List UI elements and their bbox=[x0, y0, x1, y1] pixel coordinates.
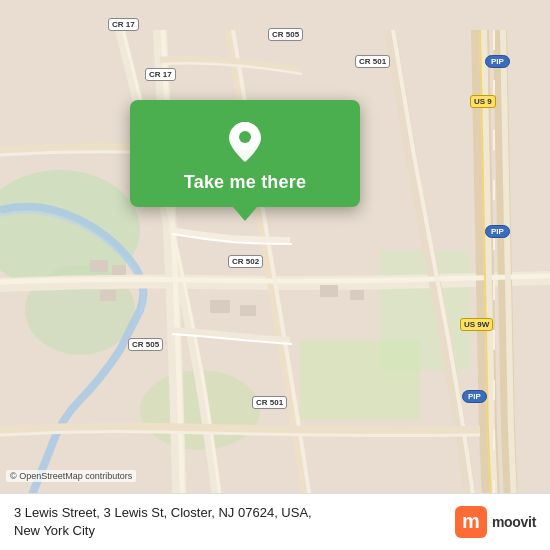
svg-rect-6 bbox=[90, 260, 108, 272]
map-svg bbox=[0, 0, 550, 550]
road-badge-us9w: US 9W bbox=[460, 318, 493, 331]
road-badge-pip-top: PIP bbox=[485, 55, 510, 68]
moovit-logo: m moovit bbox=[455, 506, 536, 538]
road-badge-cr501-bot: CR 501 bbox=[252, 396, 287, 409]
map-background bbox=[0, 0, 550, 550]
bottom-bar: 3 Lewis Street, 3 Lewis St, Closter, NJ … bbox=[0, 493, 550, 550]
road-badge-pip-mid: PIP bbox=[485, 225, 510, 238]
moovit-icon: m bbox=[455, 506, 487, 538]
popup-label: Take me there bbox=[184, 172, 306, 193]
road-badge-cr505-bot: CR 505 bbox=[128, 338, 163, 351]
map-container: CR 17 CR 17 CR 505 CR 501 CR 502 CR 505 … bbox=[0, 0, 550, 550]
road-badge-cr17-top: CR 17 bbox=[108, 18, 139, 31]
popup-card[interactable]: Take me there bbox=[130, 100, 360, 207]
road-badge-cr17-mid: CR 17 bbox=[145, 68, 176, 81]
svg-rect-4 bbox=[300, 340, 420, 420]
svg-rect-10 bbox=[240, 305, 256, 316]
road-badge-us9: US 9 bbox=[470, 95, 496, 108]
address-line1: 3 Lewis Street, 3 Lewis St, Closter, NJ … bbox=[14, 504, 443, 522]
moovit-text: moovit bbox=[492, 514, 536, 530]
address-block: 3 Lewis Street, 3 Lewis St, Closter, NJ … bbox=[14, 504, 443, 540]
svg-rect-8 bbox=[100, 290, 116, 301]
svg-rect-12 bbox=[350, 290, 364, 300]
copyright-bar: © OpenStreetMap contributors bbox=[6, 470, 136, 482]
svg-point-14 bbox=[239, 131, 251, 143]
road-badge-cr502: CR 502 bbox=[228, 255, 263, 268]
road-badge-pip-bot: PIP bbox=[462, 390, 487, 403]
svg-text:m: m bbox=[462, 510, 480, 532]
svg-rect-9 bbox=[210, 300, 230, 313]
svg-rect-11 bbox=[320, 285, 338, 297]
location-pin-icon bbox=[223, 118, 267, 162]
road-badge-cr501-top: CR 501 bbox=[355, 55, 390, 68]
road-badge-cr505-top: CR 505 bbox=[268, 28, 303, 41]
address-line2: New York City bbox=[14, 522, 443, 540]
svg-rect-7 bbox=[112, 265, 126, 275]
